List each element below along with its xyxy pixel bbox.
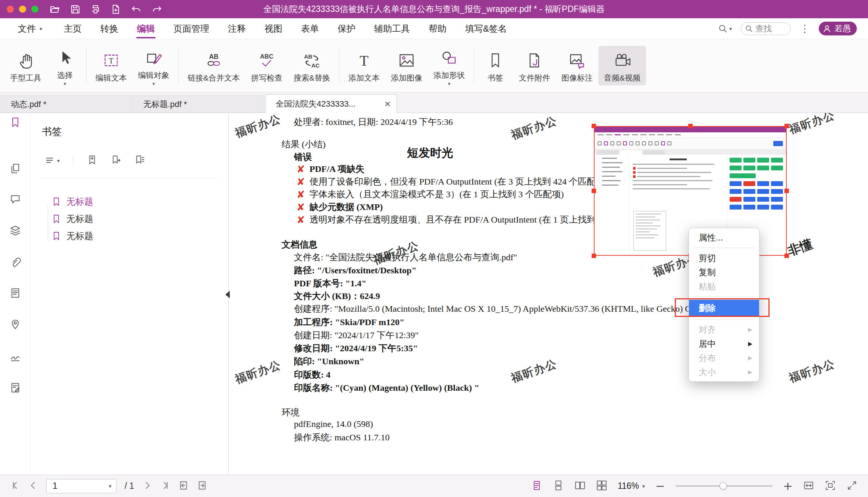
bookmark-item-2[interactable]: 无标题 [51,213,93,225]
continuous-view-icon[interactable] [553,480,564,493]
selection-handle[interactable] [784,254,789,258]
prev-page-button[interactable] [28,481,38,492]
fullscreen-icon[interactable] [846,480,858,493]
forms-panel-icon[interactable] [10,382,21,395]
selection-handle[interactable] [592,254,596,258]
ribbon-add-shapes-button[interactable]: 添加形状 ▾ [428,43,470,88]
bookmark-tree-guide [48,205,48,241]
ribbon-add-image-button[interactable]: 添加图像 [385,46,428,85]
bookmark-item-1[interactable]: 无标题 [51,196,93,208]
context-menu-copy[interactable]: 复制 [689,265,759,279]
next-page-button[interactable] [142,481,152,492]
menu-comment[interactable]: 注释 [227,18,247,39]
context-menu-properties[interactable]: 属性... [689,230,759,245]
ribbon-edit-object-button[interactable]: 编辑对象 ▾ [132,43,175,88]
selection-handle[interactable] [592,189,596,193]
last-page-button[interactable] [160,481,170,492]
page-number-box: ▾ [46,479,116,493]
continuous-facing-view-icon[interactable] [596,480,607,493]
ribbon-label: 添加图像 [391,73,422,83]
ribbon-search-replace-button[interactable]: ABAC 搜索&替换 [288,46,336,85]
document-tab-1[interactable]: 动态.pdf * [1,95,132,113]
signatures-panel-icon[interactable] [10,351,21,364]
ribbon-hand-tool-button[interactable]: 手型工具 [4,46,47,85]
search-options-button[interactable]: ▾ [718,24,732,34]
redo-icon[interactable] [152,4,162,14]
document-page[interactable]: 福昕办公 福昕办公 福昕办公 福昕办公 福昕办公 福昕办公 福昕办公 福昕办公 … [229,113,868,475]
error-x-icon: ✘ [297,176,305,188]
zoom-window-button[interactable] [31,6,38,13]
save-icon[interactable] [70,4,80,14]
bookmark-settings-icon[interactable] [135,155,145,167]
single-page-view-icon[interactable] [531,480,542,493]
selection-handle[interactable] [592,124,596,128]
layers-panel-icon[interactable] [10,225,21,238]
selection-handle[interactable] [784,189,789,193]
new-bookmark-icon[interactable] [87,155,97,167]
menu-accessibility[interactable]: 辅助工具 [373,18,411,39]
ribbon-edit-text-button[interactable]: T 编辑文本 [90,46,132,85]
context-menu-center[interactable]: 居中▶ [689,337,759,351]
menu-file[interactable]: 文件 ▾ [18,23,42,35]
bookmark-item-3[interactable]: 无标题 [51,230,93,242]
zoom-slider-knob[interactable] [720,482,727,490]
bookmark-icon [486,50,504,71]
bookmark-options-button[interactable]: ▾ [45,155,60,166]
undo-icon[interactable] [131,4,141,14]
menu-view[interactable]: 视图 [264,18,283,39]
minimize-window-button[interactable] [19,6,26,13]
user-badge[interactable]: 若愚 [819,22,857,35]
ribbon-add-text-button[interactable]: T 添加文本 [343,46,385,85]
comments-panel-icon[interactable] [10,194,21,206]
facing-view-icon[interactable] [574,480,586,493]
zoom-level-dropdown[interactable]: 116% ▾ [618,481,645,491]
page-number-input[interactable] [48,481,109,491]
demote-bookmark-icon[interactable] [111,155,121,167]
ribbon-spell-check-button[interactable]: ABC 拼写检查 [245,46,288,85]
menu-home[interactable]: 主页 [63,18,82,39]
menu-fill-sign[interactable]: 填写&签名 [464,18,508,39]
selection-handle[interactable] [784,124,789,128]
document-tab-3-active[interactable]: 全国法院失4233333... × [266,94,397,113]
zoom-in-button[interactable]: + [783,480,793,492]
previous-view-icon[interactable] [178,480,189,492]
ribbon-select-button[interactable]: 选择 ▾ [47,43,83,88]
ribbon-image-annotation-button[interactable]: 图像标注 [556,46,598,85]
bookmarks-panel-icon[interactable] [10,117,21,129]
ribbon-audio-video-button[interactable]: 音频&视频 [598,46,646,85]
close-window-button[interactable] [7,6,14,13]
zoom-slider[interactable] [676,485,773,487]
fit-width-icon[interactable] [803,480,814,493]
selection-handle[interactable] [688,124,693,128]
ribbon-link-join-text-button[interactable]: AB 链接&合并文本 [182,46,245,85]
tab-close-icon[interactable]: × [385,99,391,109]
document-tab-2[interactable]: 无标题.pdf * [133,95,264,113]
menu-convert[interactable]: 转换 [100,18,119,39]
chevron-down-icon[interactable]: ▾ [109,483,112,490]
processor-line: 处理者: foxitnet, 日期: 2024/4/19 下午5:36 [294,116,453,128]
menu-help[interactable]: 帮助 [428,18,447,39]
print-icon[interactable] [91,4,100,14]
destinations-panel-icon[interactable] [10,319,21,331]
panel-collapse-handle[interactable] [225,291,230,298]
search-input[interactable] [755,24,786,34]
ribbon-label: 链接&合并文本 [188,73,240,83]
context-menu-cut[interactable]: 剪切 [689,251,759,265]
open-file-icon[interactable] [50,4,60,15]
ribbon-file-attachment-button[interactable]: 文件附件 [513,46,556,85]
menu-page-manage[interactable]: 页面管理 [173,18,210,39]
ribbon-bookmark-button[interactable]: 书签 [477,46,513,85]
zoom-out-button[interactable]: − [655,480,665,492]
pages-panel-icon[interactable] [10,163,21,176]
export-icon[interactable] [111,4,120,14]
menu-protect[interactable]: 保护 [337,18,356,39]
fields-panel-icon[interactable] [10,287,21,300]
next-view-icon[interactable] [197,480,207,492]
menu-form[interactable]: 表单 [300,18,320,39]
fit-page-icon[interactable] [825,480,836,493]
more-options-icon[interactable]: ⋮ [800,23,810,35]
first-page-button[interactable] [10,481,20,492]
attachments-panel-icon[interactable] [10,257,21,269]
ribbon-label: 添加文本 [348,73,380,83]
menu-edit[interactable]: 编辑 [136,18,156,39]
